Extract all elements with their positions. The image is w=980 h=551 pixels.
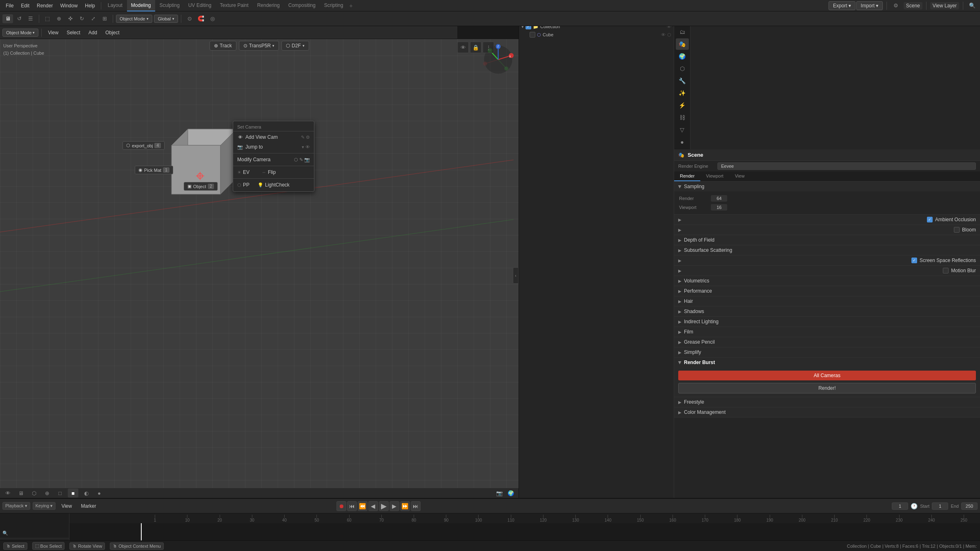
dof-header[interactable]: ▶ Depth of Field [674,235,980,245]
cursor-icon[interactable]: ⊕ [53,14,64,23]
vp-overlay-icon[interactable]: ⬡ [29,489,39,498]
gizmo-lock-btn[interactable]: 🔒 [470,42,481,53]
export-obj-label[interactable]: ⬡ export_obj 4 [122,141,165,150]
prop-data-icon[interactable]: ▽ [676,124,689,136]
prop-viewlayer-icon[interactable]: 🗂 [676,26,689,38]
vp-gizmo-icon[interactable]: ⊕ [42,489,52,498]
menu-edit[interactable]: Edit [18,2,33,9]
cube-checkbox[interactable] [530,32,535,38]
tab-uv-editing[interactable]: UV Editing [184,0,216,11]
render-button[interactable]: Render! [678,383,976,393]
vp-select-icon[interactable]: 👁 [2,489,13,498]
transpsr-button[interactable]: ⊙ TransP5R ▾ [239,41,279,51]
gp-header[interactable]: ▶ Grease Pencil [674,337,980,347]
export-button[interactable]: Export ▾ [829,1,855,10]
jump-chevron-icon[interactable]: ▾ [302,144,304,150]
all-cameras-button[interactable]: All Cameras [678,371,976,380]
select-mode-btn[interactable]: 🖱 Select [3,542,27,550]
cm-header[interactable]: ▶ Color Management [674,407,980,417]
sss-header[interactable]: ▶ Subsurface Scattering [674,245,980,255]
vp-shading-material[interactable]: ◐ [81,489,91,498]
add-workspace-btn[interactable]: + [349,2,352,9]
pb-skip-start-btn[interactable]: ⏮ [347,501,357,511]
pb-next-frame-btn[interactable]: ⏩ [400,501,410,511]
track-button[interactable]: ⊕ Track [209,41,236,51]
tab-compositing[interactable]: Compositing [284,0,320,11]
pick-mat-label[interactable]: ◉ Pick Mat 1 [135,166,173,174]
move-icon[interactable]: ✜ [65,14,76,23]
tab-texture-paint[interactable]: Texture Paint [216,0,253,11]
object-mode-btn[interactable]: Object Mode ▾ [2,29,38,37]
freestyle-header[interactable]: ▶ Freestyle [674,397,980,407]
select-menu[interactable]: Select [63,29,83,36]
snap-icon[interactable]: 🧲 [196,14,206,23]
add-cam-settings-icon[interactable]: ⚙ [306,135,310,140]
add-menu[interactable]: Add [85,29,100,36]
tab-scripting[interactable]: Scripting [320,0,347,11]
pp-group[interactable]: ⬡ PP [237,182,249,188]
select-box-icon[interactable]: ⬚ [42,14,53,23]
tab-layout[interactable]: Layout [104,0,127,11]
prop-physics-icon[interactable]: ⚡ [676,100,689,111]
toolbar-icon-1[interactable]: ↺ [14,14,24,23]
end-frame-field[interactable]: 250 [961,502,978,510]
tl-marker-menu[interactable]: Marker [78,502,99,510]
transform-icon[interactable]: ⊞ [99,14,110,23]
vp-camera-icon[interactable]: 📷 [494,489,505,498]
gizmo-view-btn[interactable]: 👁 [457,42,469,53]
toolbar-icon-2[interactable]: ☰ [25,14,36,23]
global-dropdown[interactable]: Global ▾ [154,15,178,23]
il-header[interactable]: ▶ Indirect Lighting [674,317,980,327]
tl-view-menu[interactable]: View [58,502,75,510]
context-menu-btn[interactable]: 🖱 Object Context Menu [110,542,163,550]
scene-name[interactable]: Scene [904,2,922,9]
tab-rendering[interactable]: Rendering [253,0,284,11]
cube-filter-icon[interactable]: ⬡ [667,32,671,38]
tab-view-also[interactable]: View [729,171,751,181]
vp-shading-solid[interactable]: ■ [68,489,78,498]
prop-scene-icon[interactable]: 🎭 [676,38,689,50]
jump-eye-icon[interactable]: 👁 [305,144,310,149]
box-select-btn[interactable]: ⬚ Box Select [32,542,65,550]
viewport-area[interactable]: User Perspective (1) Collection | Cube ⊕… [0,39,519,498]
tl-playback-btn[interactable]: Playback ▾ [2,502,30,510]
rotate-icon[interactable]: ↻ [76,14,87,23]
ssr-checkbox[interactable]: ✓ [911,258,917,263]
vol-header[interactable]: ▶ Volumetrics [674,276,980,286]
object-menu[interactable]: Object [102,29,123,36]
rotate-view-btn[interactable]: 🖱 Rotate View [69,542,105,550]
pb-skip-end-btn[interactable]: ⏭ [411,501,421,511]
prop-modifier-icon[interactable]: 🔧 [676,75,689,87]
tab-render[interactable]: Render [674,171,700,181]
tab-modeling[interactable]: Modeling [127,0,155,11]
modify-camera-item[interactable]: Modify Camera ⬡ ✎ 📷 [233,155,314,164]
pivot-icon[interactable]: ⊙ [184,14,195,23]
menu-file[interactable]: File [2,2,17,9]
view-layer[interactable]: View Layer [930,2,959,9]
add-cam-pencil-icon[interactable]: ✎ [301,135,305,140]
render-burst-header[interactable]: ▶ Render Burst [674,358,980,367]
menu-window[interactable]: Window [57,2,81,9]
film-header[interactable]: ▶ Film [674,327,980,337]
sampling-header[interactable]: ▶ Sampling [674,182,980,191]
current-frame-field[interactable]: 1 [892,502,908,510]
outliner-cube-item[interactable]: ⬡ Cube 👁 ⬡ [526,31,674,39]
prop-material-icon[interactable]: ● [676,136,689,148]
d2f-button[interactable]: ⬡ D2F ▾ [281,41,309,51]
mb-checkbox[interactable] [943,268,949,273]
shadows-header[interactable]: ▶ Shadows [674,307,980,316]
pb-prev-keyframe-btn[interactable]: ◀ [368,501,378,511]
viewport-icon[interactable]: 🖥 [2,14,13,23]
ambient-occlusion-header[interactable]: ▶ ✓ Ambient Occlusion [674,215,980,224]
sampling-render-value[interactable]: 64 [711,195,727,202]
lightcheck-group[interactable]: 💡 LightCheck [258,182,290,188]
cam-icon-2[interactable]: ✎ [299,157,303,162]
ssr-header[interactable]: ▶ ✓ Screen Space Reflections [674,256,980,265]
tab-sculpting[interactable]: Sculpting [156,0,184,11]
prop-world-icon[interactable]: 🌍 [676,51,689,62]
prop-constraints-icon[interactable]: ⛓ [676,112,689,123]
ev-group[interactable]: ☀ EV [237,169,249,175]
simplify-header[interactable]: ▶ Simplify [674,347,980,357]
vp-world-icon[interactable]: 🌍 [506,489,516,498]
bloom-header[interactable]: ▶ Bloom [674,225,980,235]
